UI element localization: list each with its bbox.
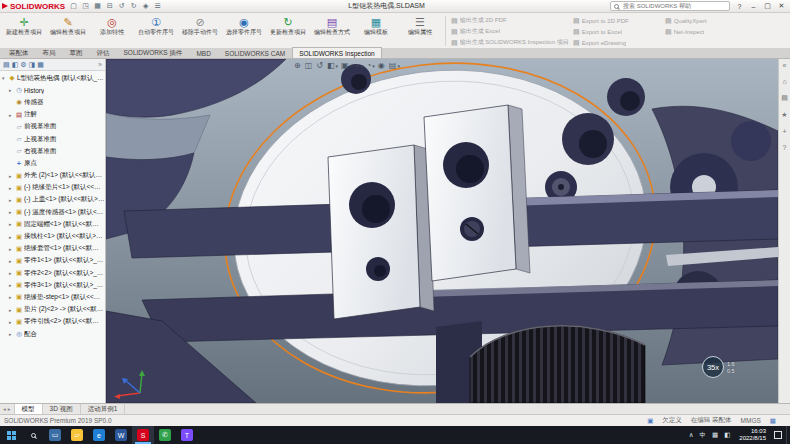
displaymanager-tab-icon[interactable]: ▦ bbox=[37, 61, 44, 69]
ribbon-button[interactable]: ① 自动零件序号 bbox=[134, 14, 178, 48]
quick-access-icon[interactable]: ↺ bbox=[116, 1, 127, 12]
tray-icon[interactable]: ▦ bbox=[712, 431, 718, 439]
tab-scroll-right-icon[interactable]: ▸ bbox=[8, 406, 11, 412]
tab-scroll-left-icon[interactable]: ◂ bbox=[3, 406, 6, 412]
hud-icon[interactable]: ◉ bbox=[378, 61, 386, 70]
quick-access-icon[interactable]: ▢ bbox=[68, 1, 79, 12]
taskbar-search-button[interactable] bbox=[22, 426, 44, 444]
command-manager-tab[interactable]: 评估 bbox=[90, 47, 117, 58]
start-button[interactable] bbox=[0, 426, 22, 444]
hud-icon[interactable]: ↺ bbox=[316, 61, 324, 70]
tree-item[interactable]: ▸ ▣ 外壳 (2)<1> (默认<<默认>_显示状态-1>) bbox=[0, 170, 105, 182]
threaded-cylinder[interactable] bbox=[436, 321, 645, 403]
command-manager-tab[interactable]: 布局 bbox=[36, 47, 63, 58]
document-tab[interactable]: 运动算例1 bbox=[81, 404, 126, 414]
export-menu-item[interactable]: ▤ 输出生成 SOLIDWORKS Inspection 项目 bbox=[449, 38, 571, 47]
tree-item[interactable]: ▸ ▤ 注解 bbox=[0, 109, 105, 121]
taskbar-app-button[interactable]: e bbox=[88, 426, 110, 444]
hud-icon[interactable]: ⊕ bbox=[294, 61, 302, 70]
maximize-button[interactable]: ▢ bbox=[761, 1, 774, 12]
graphics-viewport[interactable]: ⊕ ◫ ↺ ◧▾ ▣▾ ◐▾ ◔▾ ◉ ▤▾ bbox=[106, 59, 778, 403]
taskbar-app-button[interactable]: ▭ bbox=[44, 426, 66, 444]
hud-icon[interactable]: ◫ bbox=[305, 61, 314, 70]
ribbon-button[interactable]: ⊘ 移除手动件号 bbox=[178, 14, 222, 48]
quick-access-icon[interactable]: ☰ bbox=[152, 1, 163, 12]
propertymanager-tab-icon[interactable]: ◧ bbox=[12, 61, 19, 69]
export-menu-item[interactable]: ▤ QualityXpert bbox=[663, 16, 729, 25]
tree-item[interactable]: ▱ 右视基准面 bbox=[0, 145, 105, 157]
tree-item[interactable]: ▸ ▣ 接线柱<1> (默认<<默认>_显示状态-1>) bbox=[0, 230, 105, 242]
panel-chevron-icon[interactable]: » bbox=[98, 61, 102, 68]
tree-item[interactable]: ▸ ▣ 绝缘垫-step<1> (默认<<默认>_显示状态-1>) bbox=[0, 291, 105, 303]
ribbon-button[interactable]: ✎ 编辑检查项目 bbox=[46, 14, 90, 48]
tree-item[interactable]: ▸ ▣ 零件3<1> (默认<<默认>_显示状态-1>) bbox=[0, 279, 105, 291]
command-manager-tab[interactable]: SOLIDWORKS CAM bbox=[218, 47, 292, 58]
command-manager-tab[interactable]: SOLIDWORKS 插件 bbox=[117, 47, 190, 58]
ribbon-button[interactable]: ☰ 编辑属性 bbox=[398, 14, 442, 48]
tree-item[interactable]: ▸ ▣ 零件1<1> (默认<<默认>_显示状态-1>) bbox=[0, 255, 105, 267]
quick-access-icon[interactable]: ↻ bbox=[128, 1, 139, 12]
terminal-plate-right[interactable] bbox=[424, 105, 530, 281]
hud-icon[interactable]: ◧▾ bbox=[327, 61, 338, 70]
tree-item[interactable]: ▱ 上视基准面 bbox=[0, 133, 105, 145]
hud-icon[interactable]: ▣▾ bbox=[341, 61, 352, 70]
featuremanager-tab-icon[interactable]: ▤ bbox=[3, 61, 10, 69]
export-menu-item[interactable]: ▤ Export to Excel bbox=[571, 27, 663, 36]
quick-access-icon[interactable]: ◳ bbox=[80, 1, 91, 12]
help-search-box[interactable] bbox=[610, 1, 730, 11]
taskbar-app-button[interactable]: ✆ bbox=[154, 426, 176, 444]
help-button[interactable]: ? bbox=[733, 1, 746, 12]
document-tab[interactable]: 3D 视图 bbox=[43, 404, 81, 414]
command-manager-tab[interactable]: 装配体 bbox=[2, 47, 36, 58]
tree-item[interactable]: + 原点 bbox=[0, 157, 105, 169]
tree-item[interactable]: ▸ ◎ 配合 bbox=[0, 328, 105, 340]
configurationmanager-tab-icon[interactable]: ⚙ bbox=[20, 61, 26, 69]
export-menu-item[interactable]: ▤ Export eDrawing bbox=[571, 38, 663, 47]
taskbar-app-button[interactable]: T bbox=[176, 426, 198, 444]
task-pane-icon[interactable]: « bbox=[783, 62, 787, 69]
taskbar-app-button[interactable]: S bbox=[132, 426, 154, 444]
ribbon-button[interactable]: ▦ 编辑模板 bbox=[354, 14, 398, 48]
export-menu-item[interactable]: ▤ Export to 2D PDF bbox=[571, 16, 663, 25]
quick-access-icon[interactable]: ⊟ bbox=[104, 1, 115, 12]
export-menu-item[interactable]: ▤ Net-Inspect bbox=[663, 27, 729, 36]
close-button[interactable]: ✕ bbox=[775, 1, 788, 12]
task-pane-icon[interactable]: + bbox=[782, 128, 786, 135]
show-desktop-button[interactable] bbox=[786, 426, 790, 444]
tree-item[interactable]: ▾ ◆ L型铠装热电偶 (默认<默认_显示状态-1>) bbox=[0, 72, 105, 84]
taskbar-app-button[interactable]: ▱ bbox=[66, 426, 88, 444]
tree-item[interactable]: ▸ ▣ (-) 温度传感器<1> (默认<<默认>_显示状态-1>) bbox=[0, 206, 105, 218]
minimize-button[interactable]: – bbox=[747, 1, 760, 12]
tree-item[interactable]: ◉ 传感器 bbox=[0, 96, 105, 108]
task-pane-icon[interactable]: ⌂ bbox=[782, 78, 786, 85]
export-menu-item[interactable]: ▤ 输出生成 Excel bbox=[449, 27, 571, 36]
notification-center-button[interactable] bbox=[770, 426, 786, 444]
tree-item[interactable]: ▸ ▣ 零件2<2> (默认<<默认>_显示状态-1>) bbox=[0, 267, 105, 279]
tree-item[interactable]: ▸ ▣ 垫片 (2)<2> -> (默认<<默认>_显示状态-1>) bbox=[0, 304, 105, 316]
tree-item[interactable]: ▱ 前视基准面 bbox=[0, 121, 105, 133]
hud-icon[interactable]: ◐▾ bbox=[355, 61, 363, 70]
quick-access-icon[interactable]: ▦ bbox=[92, 1, 103, 12]
task-pane-icon[interactable]: ★ bbox=[781, 111, 787, 119]
tray-icon[interactable]: ◧ bbox=[724, 431, 730, 439]
tree-item[interactable]: ▸ ▣ (-) 上盖<1> (默认<<默认>_显示状态-1>) bbox=[0, 194, 105, 206]
command-manager-tab[interactable]: 草图 bbox=[63, 47, 90, 58]
hud-icon[interactable]: ▤▾ bbox=[389, 61, 400, 70]
tab-scroll-nav[interactable]: ◂ ▸ bbox=[0, 404, 15, 414]
taskbar-clock[interactable]: 16:03 2022/8/15 bbox=[735, 426, 770, 444]
search-input[interactable] bbox=[621, 2, 726, 10]
ribbon-button[interactable]: ▤ 编辑检查方式 bbox=[310, 14, 354, 48]
task-pane-icon[interactable]: ▤ bbox=[781, 94, 788, 102]
tree-item[interactable]: ▸ ▣ 固定端帽<1> (默认<<默认>_显示状态-1>) bbox=[0, 218, 105, 230]
ribbon-button[interactable]: ↻ 更新检查项目 bbox=[266, 14, 310, 48]
unit-system[interactable]: MMGS bbox=[741, 417, 761, 424]
tree-item[interactable]: ▸ ▣ (-) 绝缘垫片<1> (默认<<默认>_显示状态-1>) bbox=[0, 182, 105, 194]
tray-icon[interactable]: ∧ bbox=[689, 431, 694, 439]
command-manager-tab[interactable]: SOLIDWORKS Inspection bbox=[292, 47, 382, 58]
ribbon-button[interactable]: ✛ 新建检查项目 bbox=[2, 14, 46, 48]
export-menu-item[interactable]: ▤ 输出生成 2D PDF bbox=[449, 16, 571, 25]
tree-item[interactable]: ▸ ▣ 绝缘套管<1> (默认<<默认>_显示状态-1>) bbox=[0, 243, 105, 255]
3d-model-scene[interactable] bbox=[106, 59, 778, 403]
taskbar-app-button[interactable]: W bbox=[110, 426, 132, 444]
tree-item[interactable]: ▸ ▣ 零件引线<2> (默认<<默认>_显示状态-1>) bbox=[0, 316, 105, 328]
